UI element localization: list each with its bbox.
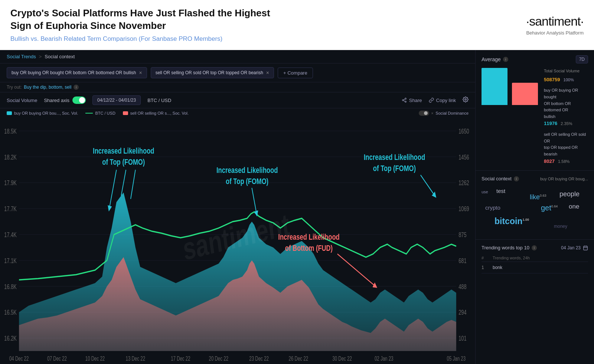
svg-text:Increased Likelihood: Increased Likelihood bbox=[364, 153, 425, 162]
main-container: Social Trends > Social context buy OR bu… bbox=[0, 50, 594, 364]
bar1-value: 11976 bbox=[544, 121, 557, 126]
bar-chart bbox=[482, 68, 538, 110]
search-bar-area: buy OR buying OR bought OR bottom OR bot… bbox=[0, 63, 475, 82]
trending-header: Trending words top 10 i 04 Jan 23 bbox=[482, 245, 588, 250]
right-sidebar: Average i 7D Total Social Volume 508759 bbox=[475, 50, 594, 364]
chart-svg: 18.5K 18.2K 17.9K 17.7K 17.4K 17.1K 16.8… bbox=[0, 118, 475, 364]
bar1-label: buy OR buying OR boughtOR bottom OR bott… bbox=[544, 87, 588, 120]
legend-color-3 bbox=[123, 111, 128, 115]
breadcrumb-current: Social context bbox=[45, 54, 75, 59]
bar2-label: sell OR selling OR sold ORtop OR topped … bbox=[544, 131, 588, 157]
trending-label: Trending words top 10 bbox=[482, 245, 529, 250]
svg-line-52 bbox=[252, 188, 257, 214]
social-context-info-icon[interactable]: i bbox=[514, 176, 519, 181]
bar-chart-row bbox=[482, 68, 538, 105]
svg-text:Increased Likelihood: Increased Likelihood bbox=[216, 165, 278, 175]
legend-item-1: buy OR buying OR bou..., Soc. Vol. bbox=[7, 111, 78, 115]
date-range-picker[interactable]: 04/12/22 - 04/01/23 bbox=[92, 95, 141, 105]
svg-text:18.2K: 18.2K bbox=[4, 154, 17, 161]
svg-text:1650: 1650 bbox=[458, 128, 469, 135]
period-badge[interactable]: 7D bbox=[576, 55, 588, 63]
wc-word-people: people bbox=[559, 190, 580, 198]
total-sv-pct bbox=[561, 78, 562, 82]
legend-label-2: BTC / USD bbox=[95, 111, 115, 115]
average-header: Average i 7D bbox=[482, 55, 588, 63]
bar1-value-row: 11976 2.35% bbox=[544, 120, 588, 128]
social-dominance-toggle[interactable] bbox=[419, 111, 429, 116]
bar1-pct-val: 2.35% bbox=[561, 121, 572, 126]
share-button[interactable]: Share bbox=[402, 98, 422, 103]
search-tag-2-close[interactable]: × bbox=[266, 70, 269, 76]
svg-text:02 Jan 23: 02 Jan 23 bbox=[375, 356, 394, 362]
average-label: Average bbox=[482, 56, 501, 62]
legend-label-1: buy OR buying OR bou..., Soc. Vol. bbox=[14, 111, 78, 115]
trending-word-1: bonk bbox=[493, 265, 588, 270]
wc-word-bitcoin: bitcoin1.00 bbox=[495, 216, 529, 226]
legend-item-4: × Social Dominance bbox=[419, 111, 469, 116]
header-text: Crypto's Social Platforms Have Just Flas… bbox=[10, 7, 270, 43]
svg-text:17 Dec 22: 17 Dec 22 bbox=[171, 356, 190, 362]
chart-container: 18.5K 18.2K 17.9K 17.7K 17.4K 17.1K 16.8… bbox=[0, 118, 475, 364]
wc-word-like: like0.63 bbox=[530, 193, 546, 201]
trending-table: # Trending words, 24h 1 bonk bbox=[482, 254, 588, 273]
trending-title: Trending words top 10 i bbox=[482, 245, 537, 250]
svg-text:488: 488 bbox=[458, 283, 466, 290]
svg-point-0 bbox=[405, 98, 407, 99]
svg-text:16.5K: 16.5K bbox=[4, 309, 17, 316]
svg-text:of Top (FOMO): of Top (FOMO) bbox=[102, 157, 145, 166]
average-section: Average i 7D Total Social Volume 508759 bbox=[476, 50, 594, 171]
shared-axis-toggle[interactable] bbox=[72, 96, 86, 104]
search-tag-2[interactable]: sell OR selling OR sold OR top OR topped… bbox=[151, 67, 274, 78]
brand-sub: Behavior Analysis Platform bbox=[526, 30, 584, 36]
bar2-pct-val: 1.58% bbox=[558, 159, 569, 164]
shared-axis-label: Shared axis bbox=[44, 98, 69, 103]
legend-label-4-x: × bbox=[431, 111, 434, 115]
svg-text:30 Dec 22: 30 Dec 22 bbox=[332, 356, 352, 362]
social-context-title: Social context i bbox=[482, 176, 519, 181]
svg-line-55 bbox=[421, 175, 435, 196]
svg-text:875: 875 bbox=[458, 231, 466, 238]
bar2-value: 8027 bbox=[544, 158, 555, 164]
pair-label: BTC / USD bbox=[147, 98, 171, 103]
svg-text:of Top (FOMO): of Top (FOMO) bbox=[373, 164, 416, 173]
bar2-value-row: 8027 1.58% bbox=[544, 158, 588, 165]
svg-text:17.1K: 17.1K bbox=[4, 257, 17, 264]
copy-link-button[interactable]: Copy link bbox=[429, 98, 456, 103]
svg-text:17.4K: 17.4K bbox=[4, 231, 17, 238]
search-tag-1-close[interactable]: × bbox=[139, 70, 142, 76]
brand-name: ·santiment· bbox=[526, 14, 584, 29]
social-context-label: Social context bbox=[482, 176, 512, 181]
svg-line-49 bbox=[131, 170, 136, 199]
average-info-icon[interactable]: i bbox=[503, 57, 508, 62]
page-title: Crypto's Social Platforms Have Just Flas… bbox=[10, 7, 270, 32]
try-out-bar: Try out: Buy the dip, bottom, sell i bbox=[0, 82, 475, 92]
svg-text:Increased Likelihood: Increased Likelihood bbox=[93, 146, 154, 155]
svg-point-2 bbox=[405, 101, 407, 102]
bar2-pct bbox=[556, 159, 557, 164]
wc-word-get: get0.64 bbox=[541, 204, 558, 212]
svg-text:1262: 1262 bbox=[458, 179, 469, 186]
svg-text:1069: 1069 bbox=[458, 205, 469, 212]
word-cloud: use test like0.63 people crypto get0.64 … bbox=[482, 186, 588, 234]
compare-button[interactable]: + Compare bbox=[278, 68, 313, 78]
svg-text:17.7K: 17.7K bbox=[4, 205, 17, 212]
shared-axis-control: Shared axis bbox=[44, 96, 86, 104]
trending-info-icon[interactable]: i bbox=[532, 245, 537, 250]
breadcrumb-separator: > bbox=[39, 54, 42, 59]
search-tag-1[interactable]: buy OR buying OR bought OR bottom OR bot… bbox=[7, 67, 147, 78]
wc-word-test: test bbox=[496, 188, 505, 194]
try-out-link[interactable]: Buy the dip, bottom, sell bbox=[24, 85, 71, 90]
total-sv-value: 508759 bbox=[544, 77, 560, 82]
svg-text:10 Dec 22: 10 Dec 22 bbox=[85, 356, 105, 362]
settings-button[interactable] bbox=[463, 96, 469, 104]
bar1-stat: buy OR buying OR boughtOR bottom OR bott… bbox=[544, 87, 588, 128]
chart-legend: buy OR buying OR bou..., Soc. Vol. BTC /… bbox=[0, 108, 475, 118]
svg-text:101: 101 bbox=[458, 335, 466, 342]
social-context-section: Social context i buy OR buying OR boug..… bbox=[476, 171, 594, 240]
wc-word-use: use bbox=[482, 190, 488, 194]
avg-bar-red bbox=[512, 83, 538, 105]
trending-date[interactable]: 04 Jan 23 bbox=[561, 245, 588, 250]
legend-item-3: sell OR selling OR s..., Soc. Vol. bbox=[123, 111, 189, 115]
breadcrumb-parent[interactable]: Social Trends bbox=[7, 54, 36, 59]
legend-label-4: Social Dominance bbox=[435, 111, 469, 115]
